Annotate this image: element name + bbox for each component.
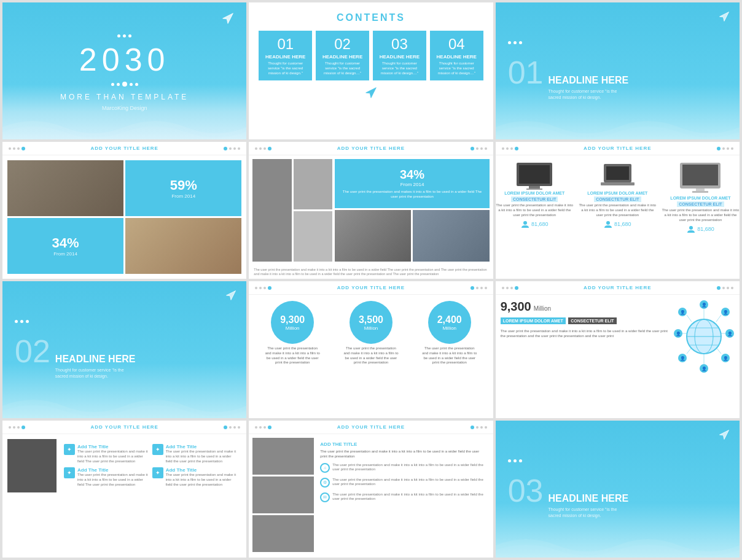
list-item-3: ✦ Add The Title The user print the prese… (64, 467, 149, 487)
svg-text:👤: 👤 (701, 366, 707, 371)
device3-desc: The user print the presentation and make… (662, 208, 740, 222)
list-icon-3: ✦ (64, 467, 75, 478)
li-desc-2: The user print the presentation and make… (166, 449, 237, 464)
headline-text-col-7: HEADLINE HERE Thought for customer servi… (55, 354, 136, 379)
wave-decoration-7 (2, 394, 246, 418)
slide4-header: ADD YOUR TITLE HERE (2, 142, 246, 155)
big-circle-3: 2,400 Million (428, 301, 471, 344)
list-icon-text-3: ✦ (67, 470, 72, 476)
slide5-right: 34% From 2014 The user print the present… (335, 159, 489, 262)
dec-dots-left11 (255, 426, 271, 429)
slide-circles: ADD YOUR TITLE HERE 9,300 Million The us… (249, 281, 493, 418)
circle-desc-3: The user print the presentation and make… (422, 346, 477, 365)
li-desc-1: The user print the presentation and make… (77, 449, 149, 464)
slide11-list-item-2: ⚙ The user print the presentation and ma… (320, 478, 485, 488)
slide5-content: 34% From 2014 The user print the present… (249, 155, 493, 265)
svg-text:👤: 👤 (680, 356, 685, 361)
dec-dots-right9 (717, 286, 733, 290)
network-svg: 👤 👤 👤 👤 👤 👤 👤 👤 (673, 300, 735, 373)
network-num-row: 9,300 Million (501, 300, 668, 314)
device3-label2: CONSECTETUR ELIT (677, 201, 724, 207)
hero-year: 2030 (79, 41, 170, 78)
dec-dots-right11 (471, 426, 487, 429)
slide10-list: ✦ Add The Title The user print the prese… (59, 439, 241, 492)
imac-icon (679, 161, 722, 196)
headline-num-row: 01 HEADLINE HERE Thought for customer se… (508, 54, 629, 101)
dec-dots-left6 (502, 147, 518, 150)
circle-item-2: 3,500 Million The user print the present… (343, 301, 399, 365)
person-icon-2 (604, 220, 612, 228)
paper-plane-icon-7 (225, 290, 236, 301)
svg-rect-1 (519, 165, 550, 184)
photo-cell-2 (125, 218, 241, 274)
headline-desc: Thought for customer service "is the sac… (549, 88, 622, 101)
headline-title-7: HEADLINE HERE (55, 354, 136, 365)
slide11-content: ADD THE TITLE The user print the present… (249, 434, 493, 558)
person-icon-1 (521, 220, 529, 228)
device-3: LOREM IPSUM DOLOR AMET CONSECTETUR ELIT … (662, 161, 740, 233)
paper-plane-icon (222, 12, 234, 25)
slide11-item-2-text: The user print the presentation and make… (332, 478, 485, 488)
svg-rect-3 (526, 189, 542, 190)
dec-dots-left (9, 147, 25, 150)
paper-plane-icon-3 (719, 11, 730, 22)
person-icon-3 (687, 225, 695, 233)
list-icon-text-1: ✦ (67, 446, 72, 453)
pct-5: 34% (400, 168, 424, 182)
slide-photo-grid: ADD YOUR TITLE HERE 59% From 2014 34% Fr… (2, 142, 246, 279)
network-badge1: LOREM IPSUM DOLOR AMET (501, 317, 566, 324)
content-headline-4: HEADLINE HERE (434, 54, 480, 60)
svg-text:👤: 👤 (723, 356, 728, 361)
dec-dots-right (224, 147, 240, 150)
svg-rect-7 (601, 182, 635, 185)
slide10-title: ADD YOUR TITLE HERE (27, 424, 222, 430)
slide5-header: ADD YOUR TITLE HERE (249, 142, 493, 155)
slide5-title: ADD YOUR TITLE HERE (273, 146, 468, 151)
slide11-icon-3: ✉ (320, 492, 330, 502)
wave-decoration (2, 115, 246, 139)
slide-collage: ADD YOUR TITLE HERE 34% From 2014 The us… (249, 142, 493, 279)
network-left: 9,300 Million LOREM IPSUM DOLOR AMET CON… (501, 300, 668, 413)
slide11-photos (252, 438, 314, 554)
network-content: 9,300 Million LOREM IPSUM DOLOR AMET CON… (496, 295, 740, 418)
photo-collage-5 (252, 159, 332, 262)
wave-decoration-12 (496, 533, 740, 558)
network-million: Million (534, 305, 551, 312)
list-item-content-2: Add The Title The user print the present… (166, 444, 237, 464)
list-item-1: ✦ Add The Title The user print the prese… (64, 444, 149, 464)
content-desc-3: Thought for customer service "is the sac… (377, 61, 423, 76)
slide-headline-03: 03 HEADLINE HERE Thought for customer se… (496, 421, 740, 558)
content-num-4: 04 (434, 36, 480, 53)
slide5-bottom-text: The user print the presentation and make… (249, 265, 493, 279)
device2-label2: CONSECTETUR ELIT (594, 196, 641, 202)
paper-plane-icon-12 (719, 429, 730, 440)
slide-list4: ADD YOUR TITLE HERE ✦ Add The Title The … (2, 421, 246, 558)
headline-text-col: HEADLINE HERE Thought for customer servi… (549, 75, 629, 101)
headline-desc-12: Thought for customer service "is the sac… (549, 507, 622, 519)
slide9-title: ADD YOUR TITLE HERE (520, 285, 715, 290)
network-right: 👤 👤 👤 👤 👤 👤 👤 👤 (673, 300, 735, 413)
list-item-content-4: Add The Title The user print the present… (166, 467, 237, 487)
content-headline-3: HEADLINE HERE (377, 54, 423, 60)
dec-dots-left9 (502, 286, 518, 290)
content-item-1: 01 HEADLINE HERE Thought for customer se… (259, 31, 312, 80)
slide11-header: ADD YOUR TITLE HERE (249, 421, 493, 434)
slide-headline-01: 01 HEADLINE HERE Thought for customer se… (496, 2, 740, 139)
pct-sub-1: From 2014 (171, 193, 195, 199)
li-title-3: Add The Title (77, 467, 149, 473)
slide11-icon-1: ⌂ (320, 463, 330, 473)
slide11-list-item-1: ⌂ The user print the presentation and ma… (320, 463, 485, 473)
headline-num-row-12: 03 HEADLINE HERE Thought for customer se… (508, 472, 629, 519)
device3-count: 81,680 (697, 226, 714, 232)
content-headline-2: HEADLINE HERE (319, 54, 365, 60)
slide-hero: 2030 MORE THAN TEMPLATE MarcoKing Design (2, 2, 246, 139)
headline-number-12: 03 (508, 472, 544, 509)
svg-point-4 (523, 221, 527, 225)
li-title-4: Add The Title (166, 467, 237, 473)
slide-headline-02: 02 HEADLINE HERE Thought for customer se… (2, 281, 246, 418)
network-big-num: 9,300 (501, 300, 531, 314)
plane-icon (259, 87, 483, 101)
circle-desc-2: The user print the presentation and make… (343, 346, 399, 365)
dec-dots-right6 (717, 147, 733, 150)
slide10-content: ✦ Add The Title The user print the prese… (2, 434, 246, 497)
